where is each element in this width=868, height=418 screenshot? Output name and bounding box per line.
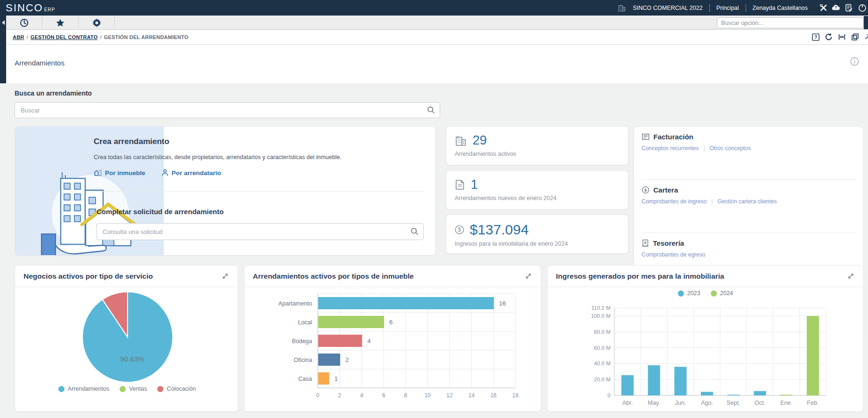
create-card-title: Crea arrendamiento bbox=[94, 137, 169, 146]
clock-icon bbox=[20, 18, 29, 27]
link-por-arrendatario[interactable]: Por arrendatario bbox=[161, 169, 221, 177]
link-comprobantes-ingreso[interactable]: Comprobantes de ingreso bbox=[642, 198, 707, 205]
coin-icon: $ bbox=[455, 225, 464, 234]
link-otros-conceptos[interactable]: Otros conceptos bbox=[710, 145, 751, 152]
quick-link-title[interactable]: Facturación bbox=[653, 133, 693, 141]
tab-favorites[interactable] bbox=[42, 16, 79, 30]
power-icon[interactable] bbox=[857, 4, 868, 12]
stat-label: Arrendamientos nuevos de enero 2024 bbox=[455, 195, 619, 201]
tools-icon[interactable] bbox=[819, 4, 828, 12]
breadcrumb: ABR/GESTIÓN DEL CONTRATO/GESTIÓN DEL ARR… bbox=[13, 34, 188, 40]
stat-value: $137.094 bbox=[470, 222, 529, 238]
search-icon[interactable] bbox=[427, 106, 435, 116]
svg-text:Bodega: Bodega bbox=[292, 338, 312, 345]
svg-text:0: 0 bbox=[316, 392, 320, 399]
title-band: Arrendamientos bbox=[0, 45, 868, 83]
page-title: Arrendamientos bbox=[15, 59, 64, 67]
link-por-inmueble[interactable]: Por inmueble bbox=[94, 169, 145, 177]
legend-label: Ventas bbox=[129, 386, 147, 392]
svg-text:Abr.: Abr. bbox=[622, 400, 633, 406]
breadcrumb-current: GESTIÓN DEL ARRENDAMIENTO bbox=[104, 34, 189, 40]
info-icon[interactable] bbox=[850, 57, 859, 68]
option-search-button[interactable] bbox=[864, 16, 868, 29]
hbar-chart[interactable]: 02468101214161816Apartamento6Local4Bodeg… bbox=[252, 291, 534, 409]
svg-text:16: 16 bbox=[490, 392, 497, 399]
expand-icon[interactable] bbox=[524, 272, 532, 280]
star-icon bbox=[56, 18, 65, 27]
link-comprobantes-egreso[interactable]: Comprobantes de egreso bbox=[642, 251, 705, 258]
building-icon bbox=[455, 135, 467, 146]
svg-text:10: 10 bbox=[425, 392, 431, 399]
app-logo: SINCOERP bbox=[6, 2, 55, 14]
vbar-legend: 2023 2024 bbox=[547, 290, 863, 297]
vbar-chart[interactable]: 020.0 M40.0 M60.0 M80.0 M100.0 M110.2 MA… bbox=[555, 303, 857, 409]
legend-dot-colocacion bbox=[157, 386, 163, 392]
pie-chart-card: Negocios activos por tipo de servicio 90… bbox=[15, 265, 238, 412]
legend-dot-arrendamientos bbox=[58, 386, 64, 392]
stat-value: 29 bbox=[473, 133, 487, 148]
chart-title: Negocios activos por tipo de servicio bbox=[24, 272, 153, 281]
tab-history[interactable] bbox=[6, 16, 42, 30]
pie-chart[interactable]: 90.63% bbox=[15, 288, 238, 386]
legend-label: Colocación bbox=[167, 386, 196, 392]
collapse-left-icon[interactable] bbox=[2, 20, 5, 25]
refresh-icon[interactable] bbox=[825, 33, 833, 41]
legend-dot-2024 bbox=[711, 290, 717, 297]
receipt-icon: $ bbox=[642, 239, 649, 247]
svg-text:?: ? bbox=[835, 5, 837, 10]
sidebar-collapsed-strip[interactable] bbox=[0, 16, 6, 83]
breadcrumb-gestion-contrato[interactable]: GESTIÓN DEL CONTRATO bbox=[31, 34, 98, 40]
help-cloud-icon[interactable]: ? bbox=[832, 4, 840, 12]
svg-text:$: $ bbox=[644, 187, 647, 193]
quick-link-title[interactable]: Cartera bbox=[653, 186, 678, 194]
svg-text:1: 1 bbox=[334, 375, 338, 382]
user-name[interactable]: Zenayda Castellanos bbox=[753, 5, 808, 11]
open-external-icon[interactable] bbox=[864, 33, 868, 41]
svg-text:6: 6 bbox=[382, 392, 386, 399]
svg-text:90.63%: 90.63% bbox=[121, 355, 145, 363]
svg-text:40.0 M: 40.0 M bbox=[594, 361, 611, 366]
document-icon bbox=[455, 179, 465, 190]
svg-text:100.0 M: 100.0 M bbox=[591, 313, 611, 319]
section-cartera: $ Cartera Comprobantes de ingreso | Gest… bbox=[642, 180, 856, 233]
split-resize-icon[interactable] bbox=[838, 33, 846, 41]
request-search-input[interactable] bbox=[96, 223, 424, 240]
company-name[interactable]: SINCO COMERCIAL 2022 bbox=[633, 5, 702, 11]
breadcrumb-abr[interactable]: ABR bbox=[13, 34, 24, 40]
link-gestion-cartera[interactable]: Gestión cartera clientes bbox=[717, 198, 777, 205]
svg-text:?: ? bbox=[814, 34, 817, 40]
hbar-chart-card: Arrendamientos activos por tipos de inmu… bbox=[244, 265, 541, 412]
stat-label: Arrendamientos activos bbox=[455, 151, 619, 157]
option-search-input[interactable] bbox=[717, 17, 864, 28]
legend-label: 2024 bbox=[720, 290, 733, 297]
stat-value: 1 bbox=[471, 177, 478, 192]
svg-text:80.0 M: 80.0 M bbox=[594, 329, 611, 335]
link-conceptos-recurrentes[interactable]: Conceptos recurrentes bbox=[642, 145, 699, 152]
tab-settings[interactable] bbox=[79, 16, 115, 30]
gear-icon bbox=[92, 18, 101, 27]
pie-legend: Arrendamientos Ventas Colocación bbox=[47, 386, 207, 392]
nav-principal[interactable]: Principal bbox=[716, 5, 739, 11]
expand-icon[interactable] bbox=[847, 272, 855, 280]
vbar-chart-card: Ingresos generados por mes para la inmob… bbox=[547, 265, 864, 412]
windows-copy-icon[interactable] bbox=[851, 33, 859, 41]
expand-icon[interactable] bbox=[221, 272, 229, 280]
notes-check-icon[interactable] bbox=[844, 4, 853, 12]
svg-text:Casa: Casa bbox=[298, 376, 312, 382]
company-building-icon bbox=[618, 4, 626, 12]
help-icon[interactable]: ? bbox=[812, 33, 820, 41]
svg-text:110.2 M: 110.2 M bbox=[591, 305, 611, 311]
search-icon[interactable] bbox=[410, 227, 419, 238]
svg-text:Feb.: Feb. bbox=[807, 400, 819, 406]
rental-search-input[interactable] bbox=[15, 102, 440, 118]
legend-dot-2023 bbox=[678, 290, 684, 297]
invoice-icon bbox=[642, 133, 650, 141]
stat-label: Ingresos para la inmobiliaria de enero 2… bbox=[455, 241, 619, 247]
svg-text:2: 2 bbox=[346, 356, 349, 363]
svg-text:$: $ bbox=[644, 241, 647, 245]
quick-link-title[interactable]: Tesorería bbox=[653, 239, 684, 247]
create-rental-card: Crea arrendamiento Crea todas las caract… bbox=[15, 126, 436, 256]
svg-text:4: 4 bbox=[367, 338, 370, 345]
top-navbar: SINCOERP SINCO COMERCIAL 2022 Principal … bbox=[0, 0, 868, 16]
svg-text:Ago.: Ago. bbox=[701, 400, 713, 406]
